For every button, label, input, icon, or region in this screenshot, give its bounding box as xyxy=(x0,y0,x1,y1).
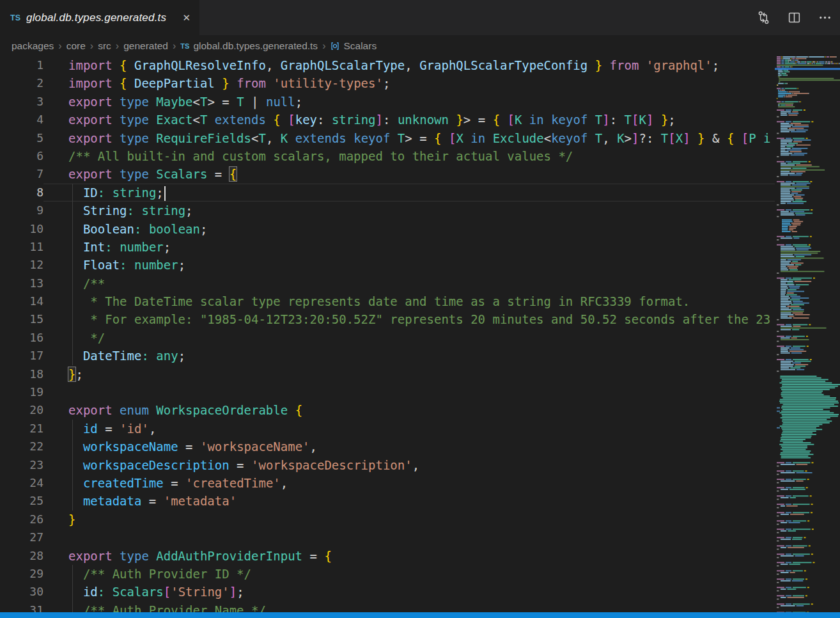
line-content: String: string; xyxy=(43,202,775,219)
more-actions-icon[interactable] xyxy=(817,10,832,26)
indent-guide xyxy=(72,492,73,510)
code-line[interactable]: 19 xyxy=(0,383,775,401)
line-number: 22 xyxy=(0,438,43,456)
code-line[interactable]: 13 /** xyxy=(0,274,775,292)
breadcrumb-file-name: global.db.types.generated.ts xyxy=(193,40,318,52)
line-number: 26 xyxy=(0,511,43,528)
breadcrumb-item-core[interactable]: core xyxy=(66,40,86,52)
typescript-file-icon: TS xyxy=(180,42,189,50)
code-line[interactable]: 11 Int: number; xyxy=(0,238,775,256)
line-content: workspaceDescription = 'workspaceDescrip… xyxy=(43,456,775,474)
editor[interactable]: 1import { GraphQLResolveInfo, GraphQLSca… xyxy=(0,56,840,618)
line-number: 8 xyxy=(0,184,43,202)
indent-guide xyxy=(72,456,73,474)
line-content: export enum WorkspaceOrderable { xyxy=(43,401,775,419)
tab-close-icon[interactable]: ✕ xyxy=(180,11,193,25)
indent-guide xyxy=(72,310,73,328)
code-line[interactable]: 7export type Scalars = { xyxy=(0,165,775,183)
editor-actions xyxy=(756,0,832,35)
line-number: 5 xyxy=(0,129,43,147)
code-line[interactable]: 16 */ xyxy=(0,329,775,347)
breadcrumb-separator: › xyxy=(322,40,325,52)
code-line[interactable]: 21 id = 'id', xyxy=(0,420,775,438)
code-line[interactable]: 28export type AddAuthProviderInput = { xyxy=(0,547,775,565)
line-content: /** Auth Provider ID */ xyxy=(43,565,775,583)
line-content: ID: string; xyxy=(43,184,775,202)
line-content: DateTime: any; xyxy=(43,347,775,365)
line-content: id: Scalars['String']; xyxy=(43,583,775,601)
indent-guide xyxy=(72,474,73,492)
indent-guide xyxy=(72,565,73,583)
line-number: 16 xyxy=(0,329,43,347)
symbol-type-icon xyxy=(330,41,340,51)
line-content: }; xyxy=(43,365,775,383)
line-number: 4 xyxy=(0,111,43,129)
line-content: export type RequireFields<T, K extends k… xyxy=(43,129,775,147)
line-content: Int: number; xyxy=(43,238,775,256)
code-line[interactable]: 18}; xyxy=(0,365,775,383)
indent-guide xyxy=(72,256,73,274)
status-bar xyxy=(0,612,840,618)
line-number: 21 xyxy=(0,420,43,438)
line-number: 14 xyxy=(0,292,43,310)
code-line[interactable]: 12 Float: number; xyxy=(0,256,775,274)
split-editor-icon[interactable] xyxy=(786,10,802,26)
breadcrumb-separator: › xyxy=(90,40,93,52)
code-line[interactable]: 8 ID: string; xyxy=(0,184,775,202)
line-content: createdTime = 'createdTime', xyxy=(43,474,775,492)
indent-guide xyxy=(72,202,73,219)
code-line[interactable]: 1import { GraphQLResolveInfo, GraphQLSca… xyxy=(0,56,775,74)
line-content: id = 'id', xyxy=(43,420,775,438)
breadcrumb-item-packages[interactable]: packages xyxy=(12,40,54,52)
code-line[interactable]: 20export enum WorkspaceOrderable { xyxy=(0,401,775,419)
line-content: * For example: "1985-04-12T23:20:50.52Z"… xyxy=(43,310,775,328)
code-line[interactable]: 15 * For example: "1985-04-12T23:20:50.5… xyxy=(0,310,775,328)
line-number: 7 xyxy=(0,165,43,183)
code-line[interactable]: 29 /** Auth Provider ID */ xyxy=(0,565,775,583)
breadcrumb-separator: › xyxy=(58,40,61,52)
code-line[interactable]: 17 DateTime: any; xyxy=(0,347,775,365)
code-line[interactable]: 10 Boolean: boolean; xyxy=(0,220,775,238)
line-number: 24 xyxy=(0,474,43,492)
code-line[interactable]: 6/** All built-in and custom scalars, ma… xyxy=(0,147,775,165)
code-line[interactable]: 2import { DeepPartial } from 'utility-ty… xyxy=(0,74,775,92)
open-changes-icon[interactable] xyxy=(756,10,771,26)
line-number: 6 xyxy=(0,147,43,165)
breadcrumb-item-src[interactable]: src xyxy=(98,40,111,52)
line-number: 29 xyxy=(0,565,43,583)
tab-bar: TS global.db.types.generated.ts ✕ xyxy=(0,0,840,35)
code-line[interactable]: 23 workspaceDescription = 'workspaceDesc… xyxy=(0,456,775,474)
minimap[interactable] xyxy=(775,56,840,612)
typescript-file-icon: TS xyxy=(10,13,20,22)
breadcrumb-item-symbol[interactable]: Scalars xyxy=(330,40,377,52)
breadcrumb-item-file[interactable]: TSglobal.db.types.generated.ts xyxy=(180,40,318,52)
line-number: 19 xyxy=(0,383,43,401)
indent-guide xyxy=(72,184,73,202)
line-content: /** All built-in and custom scalars, map… xyxy=(43,147,775,165)
code-line[interactable]: 27 xyxy=(0,528,775,546)
line-content: /** xyxy=(43,274,775,292)
line-number: 15 xyxy=(0,310,43,328)
indent-guide xyxy=(72,238,73,256)
code-line[interactable]: 22 workspaceName = 'workspaceName', xyxy=(0,438,775,456)
line-content: export type Exact<T extends { [key: stri… xyxy=(43,111,775,129)
tab-global-db-types-generated[interactable]: TS global.db.types.generated.ts ✕ xyxy=(0,0,199,35)
line-number: 13 xyxy=(0,274,43,292)
code-line[interactable]: 5export type RequireFields<T, K extends … xyxy=(0,129,775,147)
code-line[interactable]: 14 * The DateTime scalar type represents… xyxy=(0,292,775,310)
line-number: 10 xyxy=(0,220,43,238)
code-line[interactable]: 3export type Maybe<T> = T | null; xyxy=(0,93,775,111)
code-line[interactable]: 30 id: Scalars['String']; xyxy=(0,583,775,601)
code-line[interactable]: 24 createdTime = 'createdTime', xyxy=(0,474,775,492)
indent-guide xyxy=(72,274,73,292)
line-content: workspaceName = 'workspaceName', xyxy=(43,438,775,456)
code-line[interactable]: 9 String: string; xyxy=(0,202,775,219)
code-line[interactable]: 25 metadata = 'metadata' xyxy=(0,492,775,510)
line-number: 28 xyxy=(0,547,43,565)
indent-guide xyxy=(72,583,73,601)
code-line[interactable]: 4export type Exact<T extends { [key: str… xyxy=(0,111,775,129)
breadcrumb-item-generated[interactable]: generated xyxy=(123,40,168,52)
line-content: import { GraphQLResolveInfo, GraphQLScal… xyxy=(43,56,775,74)
code-line[interactable]: 26} xyxy=(0,511,775,528)
line-content: } xyxy=(43,511,775,528)
